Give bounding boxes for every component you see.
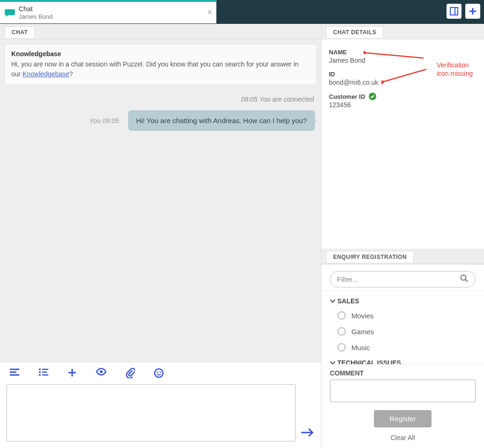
topbar: Chat James Bond × bbox=[0, 0, 484, 24]
message-meta: You 09:05 bbox=[89, 117, 119, 125]
search-icon bbox=[460, 274, 469, 284]
chat-section-tabs: CHAT bbox=[0, 24, 321, 39]
customer-id-label: Customer ID bbox=[329, 93, 365, 100]
svg-point-16 bbox=[155, 369, 163, 377]
svg-point-11 bbox=[39, 374, 41, 376]
details-panel: CHAT DETAILS NAME James Bond ID bond@mi6… bbox=[321, 24, 484, 448]
panel-toggle-button[interactable] bbox=[447, 4, 462, 19]
comment-label: COMMENT bbox=[330, 369, 476, 377]
svg-point-9 bbox=[39, 371, 41, 373]
tab-subtitle: James Bond bbox=[19, 13, 52, 21]
active-session-tab[interactable]: Chat James Bond × bbox=[0, 0, 216, 23]
category-list[interactable]: SALES Movies Games Music TECHNICAL ISSUE… bbox=[321, 290, 484, 364]
kb-link[interactable]: Knowledgebase bbox=[22, 70, 69, 78]
svg-point-17 bbox=[157, 372, 158, 373]
emoji-icon[interactable] bbox=[154, 368, 164, 380]
message-row: You 09:05 Hi! You are chatting with Andr… bbox=[4, 107, 317, 131]
plus-icon[interactable] bbox=[67, 368, 77, 380]
align-left-icon[interactable] bbox=[9, 368, 20, 380]
category-header-technical[interactable]: TECHNICAL ISSUES bbox=[330, 355, 484, 364]
chat-icon bbox=[5, 8, 15, 17]
radio-icon bbox=[337, 327, 346, 336]
kb-text: Hi, you are now in a chat session with P… bbox=[11, 59, 310, 79]
composer bbox=[0, 362, 321, 448]
chevron-down-icon bbox=[330, 297, 335, 305]
verified-icon bbox=[369, 93, 376, 100]
send-button[interactable] bbox=[300, 427, 314, 441]
svg-point-23 bbox=[461, 275, 466, 280]
enquiry-tab[interactable]: ENQUIRY REGISTRATION bbox=[326, 251, 414, 263]
svg-point-7 bbox=[39, 368, 41, 370]
svg-rect-0 bbox=[450, 7, 458, 15]
chat-tab[interactable]: CHAT bbox=[5, 26, 35, 38]
eye-icon[interactable] bbox=[96, 368, 107, 380]
customer-id-value: 123456 bbox=[329, 101, 477, 109]
knowledgebase-card: Knowledgebase Hi, you are now in a chat … bbox=[4, 44, 317, 85]
details-section-tabs: CHAT DETAILS bbox=[321, 24, 484, 39]
filter-box[interactable] bbox=[330, 271, 476, 287]
topbar-actions bbox=[447, 4, 484, 19]
svg-point-18 bbox=[160, 372, 161, 373]
chat-panel: CHAT Knowledgebase Hi, you are now in a … bbox=[0, 24, 321, 448]
tab-title: Chat bbox=[19, 5, 52, 13]
list-icon[interactable] bbox=[38, 368, 49, 380]
close-tab-icon[interactable]: × bbox=[207, 7, 212, 17]
message-input[interactable] bbox=[7, 384, 296, 441]
svg-line-24 bbox=[466, 280, 468, 282]
category-item[interactable]: Games bbox=[330, 323, 484, 339]
chat-details-tab[interactable]: CHAT DETAILS bbox=[326, 26, 383, 38]
register-button[interactable]: Register bbox=[374, 410, 432, 427]
category-header-sales[interactable]: SALES bbox=[330, 294, 484, 308]
add-button[interactable] bbox=[465, 4, 480, 19]
comment-input[interactable] bbox=[330, 380, 476, 402]
annotation-text: Verification icon missing bbox=[437, 61, 473, 78]
category-item[interactable]: Music bbox=[330, 339, 484, 355]
system-message: 09:05 You are connected bbox=[7, 95, 314, 103]
clear-all-button[interactable]: Clear All bbox=[390, 434, 415, 441]
name-label: NAME bbox=[329, 49, 477, 56]
enquiry-section-tabs: ENQUIRY REGISTRATION bbox=[321, 249, 484, 264]
svg-point-15 bbox=[100, 370, 103, 373]
attachment-icon[interactable] bbox=[126, 368, 135, 380]
chevron-down-icon bbox=[330, 359, 335, 364]
category-item[interactable]: Movies bbox=[330, 308, 484, 323]
chat-transcript: Knowledgebase Hi, you are now in a chat … bbox=[0, 39, 321, 362]
agent-message-bubble: Hi! You are chatting with Andreas. How c… bbox=[128, 110, 315, 131]
id-value: bond@mi6.co.uk bbox=[329, 79, 477, 86]
filter-input[interactable] bbox=[337, 275, 460, 283]
radio-icon bbox=[337, 311, 346, 320]
radio-icon bbox=[337, 343, 346, 352]
kb-title: Knowledgebase bbox=[11, 50, 310, 58]
